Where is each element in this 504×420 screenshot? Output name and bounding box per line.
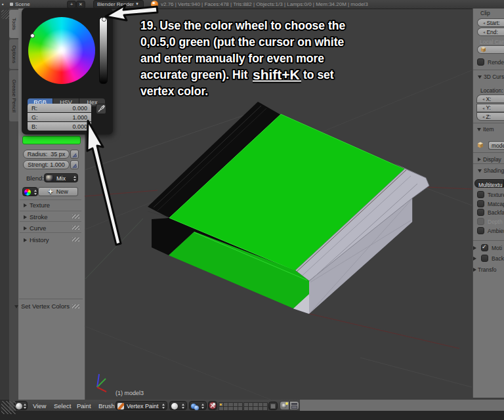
svg-text:to set: to set bbox=[303, 68, 334, 81]
svg-text:vertex color.: vertex color. bbox=[140, 85, 208, 98]
svg-text:19. Use the color wheel to cho: 19. Use the color wheel to choose the bbox=[140, 19, 345, 32]
svg-text:accurate green). Hit: accurate green). Hit bbox=[140, 68, 248, 81]
svg-text:and enter manually for even mo: and enter manually for even more bbox=[140, 52, 324, 65]
svg-text:0,0.5,0 green (put the cursor: 0,0.5,0 green (put the cursor on white bbox=[140, 35, 344, 49]
